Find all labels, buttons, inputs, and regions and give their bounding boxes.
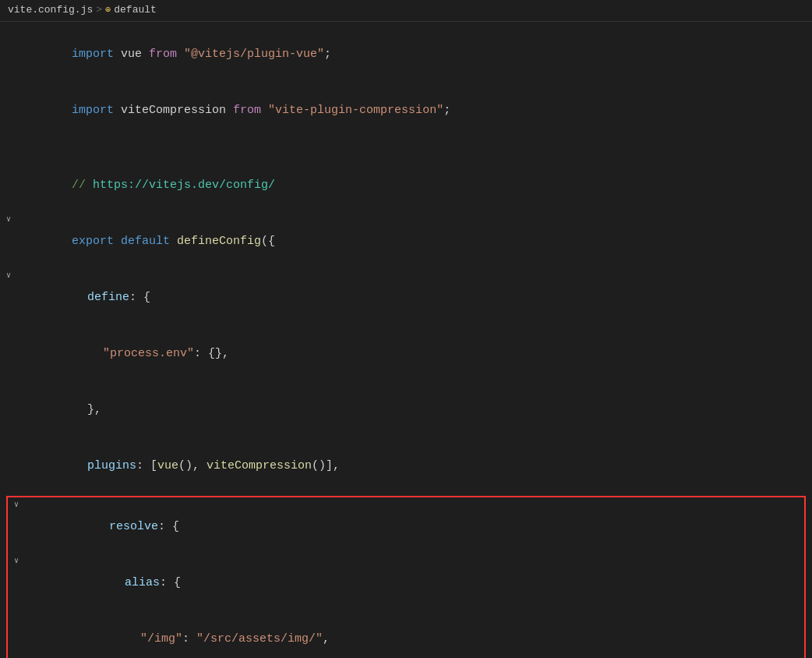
- collapse-arrow[interactable]: ∨: [6, 214, 11, 226]
- code-line: ∨ alias: {: [8, 555, 804, 611]
- code-line: ∨ define: {: [0, 270, 812, 326]
- breadcrumb-symbol: default: [114, 2, 157, 19]
- collapse-arrow[interactable]: ∨: [14, 555, 19, 568]
- code-line: ∨ resolve: {: [8, 499, 804, 555]
- breadcrumb-file: vite.config.js: [8, 2, 93, 19]
- breadcrumb-sep: >: [96, 2, 102, 19]
- breadcrumb: vite.config.js > ⊕ default: [0, 0, 812, 22]
- code-line: import vue from "@vitejs/plugin-vue";: [0, 27, 812, 83]
- code-line: "/img": "/src/assets/img/",: [8, 611, 804, 658]
- collapse-arrow[interactable]: ∨: [6, 270, 11, 282]
- collapse-arrow[interactable]: ∨: [14, 499, 19, 511]
- code-line: ∨ export default defineConfig({: [0, 214, 812, 270]
- code-line: plugins: [vue(), viteCompression()],: [0, 438, 812, 494]
- code-line: // https://vitejs.dev/config/: [0, 157, 812, 214]
- code-line: },: [0, 382, 812, 438]
- code-editor: import vue from "@vitejs/plugin-vue"; im…: [0, 22, 812, 658]
- code-line: "process.env": {},: [0, 326, 812, 382]
- code-line: [0, 139, 812, 157]
- breadcrumb-symbol-icon: ⊕: [105, 3, 111, 18]
- highlighted-block: ∨ resolve: { ∨ alias: { "/img": "/src/as…: [6, 496, 806, 658]
- code-line: import viteCompression from "vite-plugin…: [0, 83, 812, 139]
